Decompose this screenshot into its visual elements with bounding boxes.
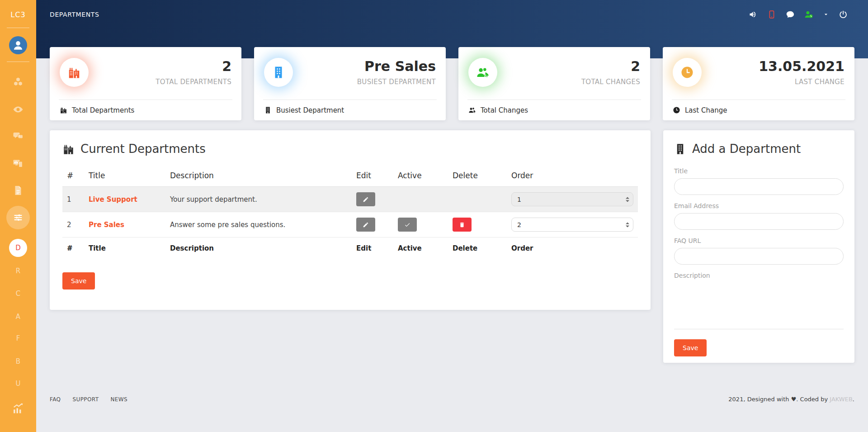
stat-footer-label: Total Departments — [72, 106, 134, 114]
col-edit: Edit — [352, 166, 393, 187]
cubes-icon — [13, 76, 24, 87]
stat-footer-label: Busiest Department — [276, 106, 344, 114]
departments-badge: D — [9, 239, 27, 257]
description-field[interactable] — [674, 283, 844, 323]
app-root: LC3 D R C — [0, 0, 868, 432]
chat-bubbles-icon — [13, 131, 24, 142]
stat-card-top: 2 TOTAL DEPARTMENTS — [50, 47, 241, 100]
content: 2 TOTAL DEPARTMENTS Total Departments — [36, 47, 868, 403]
main-area: DEPARTMENTS — [36, 0, 868, 432]
power-icon[interactable] — [839, 10, 848, 19]
department-title-link[interactable]: Live Support — [89, 195, 137, 204]
pencil-icon — [363, 222, 369, 228]
order-field — [511, 221, 633, 229]
stat-card-footer: Busiest Department — [254, 100, 446, 120]
users-gear-icon — [468, 106, 476, 114]
faq-url-field[interactable] — [674, 248, 844, 265]
sidebar-item-chats[interactable] — [0, 131, 36, 142]
volume-icon[interactable] — [749, 10, 758, 19]
delete-button[interactable] — [453, 218, 472, 232]
save-departments-button[interactable]: Save — [62, 272, 95, 290]
app-logo[interactable]: LC3 — [0, 8, 36, 21]
stat-card-top: Pre Sales BUSIEST DEPARTMENT — [254, 47, 446, 100]
sidebar-item-letter[interactable]: B — [0, 357, 36, 366]
caret-down-icon[interactable] — [823, 11, 829, 18]
active-item-highlight — [6, 206, 30, 229]
panels-row: Current Departments # Title Description … — [50, 130, 854, 363]
col-edit: Edit — [352, 237, 393, 253]
col-order: Order — [507, 237, 638, 253]
edit-button[interactable] — [356, 218, 375, 232]
department-title-link[interactable]: Pre Sales — [89, 221, 124, 229]
col-delete: Delete — [448, 237, 507, 253]
edit-button[interactable] — [356, 192, 375, 206]
order-input[interactable] — [511, 192, 633, 206]
sidebar-item-letter[interactable]: C — [0, 289, 36, 298]
order-input[interactable] — [511, 218, 633, 232]
faq-url-label: FAQ URL — [674, 237, 844, 244]
check-icon — [404, 222, 410, 228]
table-row: 1 Live Support Your support department. — [62, 187, 638, 212]
stat-value: 13.05.2021 — [759, 59, 844, 75]
sidebar-item-letter[interactable]: F — [0, 334, 36, 343]
footer-credit: 2021, Designed with ♥. Coded by JAKWEB. — [728, 396, 854, 403]
panel-title: Current Departments — [62, 142, 638, 156]
pencil-icon — [363, 196, 369, 203]
sidebar-item-devices[interactable] — [0, 158, 36, 169]
footer-link-news[interactable]: NEWS — [110, 396, 127, 403]
email-field[interactable] — [674, 213, 844, 230]
sidebar-item-letter[interactable]: A — [0, 312, 36, 321]
col-active: Active — [393, 166, 448, 187]
number-stepper[interactable] — [626, 197, 629, 202]
save-department-button[interactable]: Save — [674, 339, 707, 356]
sidebar-item-visitors[interactable] — [0, 104, 36, 115]
sidebar-item-pages[interactable] — [0, 185, 36, 196]
jakweb-link[interactable]: JAKWEB — [830, 396, 853, 403]
stat-card-footer: Total Departments — [50, 100, 241, 120]
topbar: DEPARTMENTS — [36, 0, 868, 29]
sidebar-item-departments[interactable]: D — [0, 239, 36, 257]
mobile-icon[interactable] — [767, 10, 776, 19]
user-status-icon[interactable] — [804, 10, 813, 19]
trash-icon — [459, 222, 465, 228]
footer-link-support[interactable]: SUPPORT — [72, 396, 99, 403]
stat-label: TOTAL CHANGES — [581, 78, 640, 86]
panel-title: Add a Department — [674, 142, 844, 156]
building-icon — [264, 58, 293, 87]
current-departments-panel: Current Departments # Title Description … — [50, 130, 651, 310]
col-title: Title — [84, 166, 165, 187]
row-num: 1 — [62, 187, 84, 212]
col-num: # — [62, 237, 84, 253]
panel-title-text: Add a Department — [692, 142, 801, 156]
table-row: 2 Pre Sales Answer some pre sales questi… — [62, 212, 638, 237]
col-title: Title — [84, 237, 165, 253]
heart-icon: ♥ — [791, 396, 797, 403]
col-desc: Description — [165, 237, 352, 253]
clock-icon — [673, 58, 702, 87]
stat-label: BUSIEST DEPARTMENT — [357, 78, 436, 86]
city-icon — [60, 58, 89, 87]
sidebar-item-settings-active[interactable] — [0, 206, 36, 229]
departments-table: # Title Description Edit Active Delete O… — [62, 166, 638, 252]
topbar-icons — [749, 10, 848, 19]
add-department-panel: Add a Department Title Email Address FAQ… — [663, 130, 854, 363]
sidebar-item-modules[interactable] — [0, 76, 36, 87]
number-stepper[interactable] — [626, 222, 629, 227]
eye-icon — [13, 104, 24, 115]
sidebar-item-letter[interactable]: U — [0, 379, 36, 388]
divider — [674, 329, 844, 329]
order-field — [511, 195, 633, 204]
sidebar-item-letter[interactable]: R — [0, 266, 36, 275]
footer-links: FAQ SUPPORT NEWS — [50, 396, 127, 403]
active-toggle-button[interactable] — [398, 218, 417, 232]
sidebar-item-statistics[interactable] — [0, 402, 36, 415]
footer-link-faq[interactable]: FAQ — [50, 396, 61, 403]
chat-messages-icon[interactable] — [786, 10, 795, 19]
sidebar: LC3 D R C — [0, 0, 36, 432]
sidebar-divider — [7, 28, 29, 28]
sidebar-item-profile[interactable] — [0, 36, 36, 54]
building-icon — [674, 143, 686, 155]
row-num: 2 — [62, 212, 84, 237]
page-title: DEPARTMENTS — [50, 11, 99, 18]
title-field[interactable] — [674, 178, 844, 195]
